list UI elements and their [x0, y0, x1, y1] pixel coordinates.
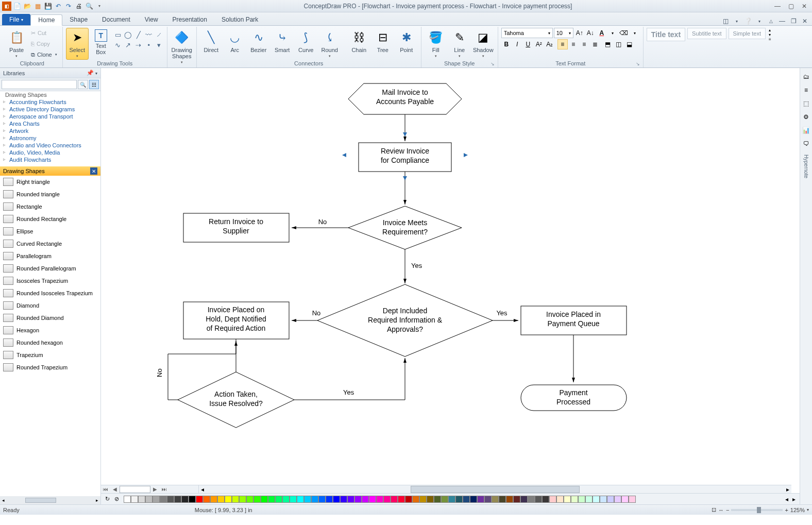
tree-item[interactable]: Drawing Shapes [0, 91, 100, 98]
color-swatch[interactable] [564, 496, 571, 503]
align-center-icon[interactable]: ≡ [568, 39, 579, 49]
cut-button[interactable]: ✂Cut [29, 28, 59, 38]
selection-handle-left[interactable] [342, 153, 346, 157]
shape-item[interactable]: Isosceles Trapezium [0, 275, 100, 287]
point-button[interactable]: ✱Point [395, 28, 418, 55]
valign-middle-icon[interactable]: ◫ [614, 39, 624, 49]
color-swatch[interactable] [160, 496, 167, 503]
more-tool-icon[interactable]: ▾ [155, 40, 164, 49]
page-tab[interactable] [120, 486, 150, 493]
underline-icon[interactable]: U [523, 39, 533, 49]
rect-tool-icon[interactable]: ▭ [113, 30, 123, 39]
align-icon[interactable]: ≡ [802, 86, 811, 95]
align-justify-icon[interactable]: ≣ [590, 39, 600, 49]
shape-item[interactable]: Rounded triangle [0, 188, 100, 200]
hypernote-icon[interactable]: 🗨 [802, 139, 811, 148]
smart-button[interactable]: ⤷Smart [271, 28, 294, 55]
size-icon[interactable]: ⬚ [802, 99, 811, 108]
chevron-down-icon[interactable]: ▾ [755, 17, 764, 25]
color-swatch[interactable] [383, 496, 391, 503]
tree-item[interactable]: Accounting Flowcharts [0, 98, 100, 106]
tab-view[interactable]: View [138, 14, 165, 25]
line-button[interactable]: ✎Line▾ [448, 28, 471, 60]
canvas[interactable]: Mail Invoice toAccounts Payable Review I… [101, 68, 800, 504]
prev-page-icon[interactable]: ◀ [110, 486, 120, 493]
color-swatch[interactable] [455, 496, 463, 503]
search-button[interactable]: 🔍 [78, 80, 88, 89]
italic-icon[interactable]: I [512, 39, 522, 49]
color-swatch[interactable] [607, 496, 614, 503]
color-swatch[interactable] [174, 496, 181, 503]
color-swatch[interactable] [593, 496, 600, 503]
subscript-icon[interactable]: A₂ [545, 39, 555, 49]
simple-text-style[interactable]: Simple text [729, 28, 766, 39]
color-swatch[interactable] [145, 496, 153, 503]
color-swatch[interactable] [405, 496, 412, 503]
maximize-icon[interactable]: ▢ [785, 2, 797, 10]
tree-item[interactable]: Audit Flowcharts [0, 156, 100, 163]
nofill-icon[interactable]: ⊘ [112, 495, 121, 503]
color-swatch[interactable] [434, 496, 441, 503]
color-swatch[interactable] [340, 496, 347, 503]
color-swatch[interactable] [167, 496, 174, 503]
shape-item[interactable]: Rounded Parallelogram [0, 262, 100, 275]
grow-font-icon[interactable]: A↑ [574, 28, 585, 38]
color-swatch[interactable] [427, 496, 434, 503]
color-swatch[interactable] [282, 496, 290, 503]
scroll-right-icon[interactable]: ▸ [790, 496, 798, 503]
color-swatch[interactable] [131, 496, 138, 503]
doc-restore-icon[interactable]: ❐ [789, 17, 798, 25]
color-swatch[interactable] [369, 496, 376, 503]
arc-button[interactable]: ◡Arc [224, 28, 246, 55]
doc-minimize-icon[interactable]: — [778, 17, 786, 25]
color-swatch[interactable] [621, 496, 629, 503]
align-right-icon[interactable]: ≡ [579, 39, 589, 49]
select-button[interactable]: ➤ Select ▾ [66, 28, 89, 60]
zoom-out-icon[interactable]: − [726, 507, 729, 513]
shape-item[interactable]: Rounded Diamond [0, 312, 100, 324]
scroll-right-icon[interactable]: ▸ [96, 498, 98, 503]
color-swatch[interactable] [304, 496, 311, 503]
superscript-icon[interactable]: A² [534, 39, 544, 49]
shapes-section-header[interactable]: Drawing Shapes ✕ [0, 166, 100, 176]
canvas-hscroll[interactable]: ⏮ ◀ ▶ ⏭ ◂ ▸ [101, 485, 791, 493]
shape-item[interactable]: Rounded Isosceles Trapezium [0, 287, 100, 299]
title-text-style[interactable]: Title text [647, 28, 685, 41]
bold-icon[interactable]: B [501, 39, 512, 49]
shadow-button[interactable]: ◪Shadow▾ [472, 28, 495, 60]
next-page-icon[interactable]: ▶ [150, 486, 160, 493]
tab-presentation[interactable]: Presentation [165, 14, 214, 25]
shape-item[interactable]: Rounded hexagon [0, 336, 100, 349]
first-page-icon[interactable]: ⏮ [101, 486, 110, 493]
open-icon[interactable]: 📂 [23, 2, 32, 11]
close-section-icon[interactable]: ✕ [90, 167, 97, 175]
color-swatch[interactable] [398, 496, 405, 503]
launcher-icon[interactable]: ↘ [636, 61, 640, 66]
color-swatch[interactable] [225, 496, 232, 503]
qat-dropdown-icon[interactable]: ▾ [95, 2, 104, 11]
color-swatch[interactable] [253, 496, 261, 503]
tab-home[interactable]: Home [30, 14, 62, 26]
fit-page-icon[interactable]: ⊡ [712, 506, 716, 513]
color-swatch[interactable] [153, 496, 160, 503]
color-swatch[interactable] [513, 496, 520, 503]
color-swatch[interactable] [600, 496, 607, 503]
fill-button[interactable]: 🪣Fill▾ [425, 28, 447, 60]
color-swatch[interactable] [376, 496, 383, 503]
color-swatch[interactable] [571, 496, 578, 503]
zoom-in-icon[interactable]: + [785, 507, 788, 513]
layers-icon[interactable]: 🗂 [802, 72, 811, 81]
direct-button[interactable]: ╲Direct [200, 28, 223, 55]
doc-close-icon[interactable]: ✕ [801, 17, 809, 25]
color-swatch[interactable] [311, 496, 318, 503]
shape-item[interactable]: Ellipse [0, 225, 100, 238]
color-swatch[interactable] [297, 496, 304, 503]
font-size-combo[interactable]: 10▾ [554, 28, 573, 38]
shape-item[interactable]: Rectangle [0, 200, 100, 213]
color-swatch[interactable] [391, 496, 398, 503]
zoom-slider[interactable] [731, 509, 783, 511]
tree-item[interactable]: Area Charts [0, 120, 100, 127]
color-swatch[interactable] [347, 496, 354, 503]
color-swatch[interactable] [217, 496, 225, 503]
color-swatch[interactable] [290, 496, 297, 503]
